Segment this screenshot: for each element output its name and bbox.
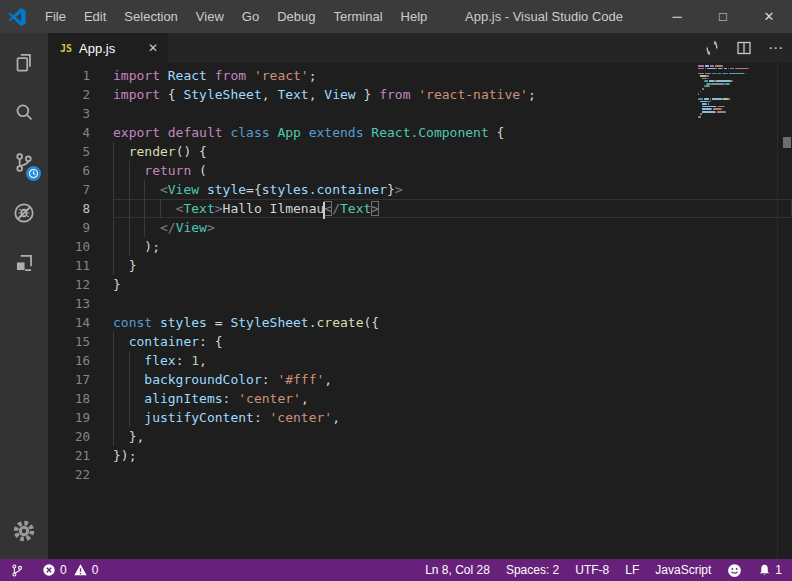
- line-number[interactable]: 9: [48, 218, 90, 237]
- warning-count[interactable]: 0: [73, 563, 99, 577]
- line-number[interactable]: 21: [48, 446, 90, 465]
- menu-help[interactable]: Help: [392, 0, 437, 33]
- line-number[interactable]: 6: [48, 161, 90, 180]
- menu-selection[interactable]: Selection: [115, 0, 186, 33]
- menu-go[interactable]: Go: [233, 0, 268, 33]
- menu-debug[interactable]: Debug: [268, 0, 324, 33]
- sync-changes-icon[interactable]: [704, 40, 720, 56]
- code-text: return (: [113, 161, 792, 180]
- code-line[interactable]: 20 },: [48, 427, 792, 446]
- code-line[interactable]: 8 <Text>Hallo Ilmenau</Text>: [48, 199, 792, 218]
- encoding[interactable]: UTF-8: [575, 563, 609, 577]
- editor-actions: ⋯: [704, 33, 784, 63]
- code-text: <View style={styles.container}>: [113, 180, 792, 199]
- code-line[interactable]: 6 return (: [48, 161, 792, 180]
- line-number[interactable]: 2: [48, 85, 90, 104]
- menu-terminal[interactable]: Terminal: [324, 0, 391, 33]
- minimap-segment: [725, 111, 726, 113]
- git-branch-icon[interactable]: [10, 563, 24, 578]
- code-line[interactable]: 1import React from 'react';: [48, 66, 792, 85]
- code-editor[interactable]: 1import React from 'react';2import { Sty…: [48, 63, 792, 559]
- indent-guide: [113, 427, 114, 446]
- code-line[interactable]: 3: [48, 104, 792, 123]
- minimap-segment: [718, 106, 724, 108]
- explorer-icon[interactable]: [0, 39, 48, 87]
- code-line[interactable]: 10 );: [48, 237, 792, 256]
- line-number[interactable]: 17: [48, 370, 90, 389]
- debug-icon[interactable]: [0, 189, 48, 237]
- gutter-gap: [90, 85, 113, 104]
- code-line[interactable]: 18 alignItems: 'center',: [48, 389, 792, 408]
- line-number[interactable]: 11: [48, 256, 90, 275]
- tab-appjs[interactable]: JS App.js ✕: [48, 33, 168, 63]
- line-number[interactable]: 3: [48, 104, 90, 123]
- line-number[interactable]: 12: [48, 275, 90, 294]
- line-number[interactable]: 4: [48, 123, 90, 142]
- language-mode[interactable]: JavaScript: [655, 563, 711, 577]
- line-number[interactable]: 20: [48, 427, 90, 446]
- code-line[interactable]: 4export default class App extends React.…: [48, 123, 792, 142]
- line-number[interactable]: 5: [48, 142, 90, 161]
- token: React: [168, 68, 207, 83]
- indentation[interactable]: Spaces: 2: [506, 563, 559, 577]
- error-count[interactable]: 0: [42, 563, 67, 577]
- line-number[interactable]: 15: [48, 332, 90, 351]
- minimap[interactable]: [698, 65, 776, 195]
- code-line[interactable]: 9 </View>: [48, 218, 792, 237]
- code-line[interactable]: 22: [48, 465, 792, 484]
- maximize-button[interactable]: □: [700, 0, 746, 33]
- code-line[interactable]: 19 justifyContent: 'center',: [48, 408, 792, 427]
- eol-sequence[interactable]: LF: [625, 563, 639, 577]
- token: import: [113, 68, 160, 83]
- feedback-smiley-icon[interactable]: [727, 563, 742, 578]
- line-number[interactable]: 8: [48, 199, 90, 218]
- minimize-button[interactable]: ─: [654, 0, 700, 33]
- token: :: [176, 353, 192, 368]
- code-text: const styles = StyleSheet.create({: [113, 313, 792, 332]
- line-number[interactable]: 14: [48, 313, 90, 332]
- code-line[interactable]: 14const styles = StyleSheet.create({: [48, 313, 792, 332]
- line-number[interactable]: 18: [48, 389, 90, 408]
- token: [152, 315, 160, 330]
- split-editor-icon[interactable]: [736, 40, 752, 56]
- code-text: import React from 'react';: [113, 66, 792, 85]
- search-icon[interactable]: [0, 89, 48, 137]
- line-number[interactable]: 7: [48, 180, 90, 199]
- gutter-gap: [90, 142, 113, 161]
- source-control-icon[interactable]: [0, 139, 48, 187]
- settings-gear-icon[interactable]: [0, 509, 48, 553]
- line-number[interactable]: 22: [48, 465, 90, 484]
- code-line[interactable]: 11 }: [48, 256, 792, 275]
- code-line[interactable]: 5 render() {: [48, 142, 792, 161]
- code-line[interactable]: 21});: [48, 446, 792, 465]
- code-line[interactable]: 12}: [48, 275, 792, 294]
- code-lines[interactable]: 1import React from 'react';2import { Sty…: [48, 63, 792, 484]
- tab-close-icon[interactable]: ✕: [148, 41, 158, 55]
- line-number[interactable]: 19: [48, 408, 90, 427]
- token: View: [324, 87, 355, 102]
- line-number[interactable]: 1: [48, 66, 90, 85]
- line-number[interactable]: 16: [48, 351, 90, 370]
- close-button[interactable]: ✕: [746, 0, 792, 33]
- line-number[interactable]: 10: [48, 237, 90, 256]
- code-text: <Text>Hallo Ilmenau</Text>: [113, 199, 792, 218]
- gutter-gap: [90, 104, 113, 123]
- token: <: [160, 182, 168, 197]
- code-line[interactable]: 17 backgroundColor: '#fff',: [48, 370, 792, 389]
- cursor-position[interactable]: Ln 8, Col 28: [425, 563, 490, 577]
- extensions-icon[interactable]: [0, 239, 48, 287]
- line-number[interactable]: 13: [48, 294, 90, 313]
- code-line[interactable]: 7 <View style={styles.container}>: [48, 180, 792, 199]
- menu-view[interactable]: View: [187, 0, 233, 33]
- token: Text: [340, 201, 371, 216]
- code-line[interactable]: 16 flex: 1,: [48, 351, 792, 370]
- menu-file[interactable]: File: [36, 0, 75, 33]
- menu-edit[interactable]: Edit: [75, 0, 115, 33]
- indent-guide: [129, 351, 130, 370]
- more-actions-icon[interactable]: ⋯: [768, 43, 784, 53]
- code-line[interactable]: 2import { StyleSheet, Text, View } from …: [48, 85, 792, 104]
- notifications-bell[interactable]: 1: [758, 563, 782, 577]
- code-line[interactable]: 15 container: {: [48, 332, 792, 351]
- code-line[interactable]: 13: [48, 294, 792, 313]
- editor-scrollbar[interactable]: [777, 63, 792, 559]
